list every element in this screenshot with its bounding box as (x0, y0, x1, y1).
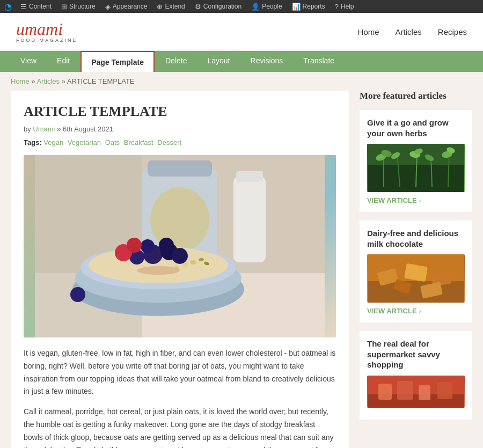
toolbar-item-extend[interactable]: ⊕ Extend (152, 0, 189, 13)
tab-view[interactable]: View (11, 51, 46, 72)
svg-rect-52 (397, 381, 413, 400)
toolbar-item-appearance[interactable]: ◈ Appearance (101, 0, 152, 13)
svg-point-15 (172, 248, 188, 264)
featured-card-herbs: Give it a go and grow your own herbs (360, 110, 472, 212)
tag-breakfast[interactable]: Breakfast (124, 138, 153, 146)
extend-icon: ⊕ (157, 3, 163, 11)
featured-card-shopping-image (367, 376, 465, 408)
tag-dessert[interactable]: Dessert (157, 138, 181, 146)
svg-rect-4 (148, 160, 212, 177)
featured-card-chocolate: Dairy-free and delicious milk chocolate (360, 221, 472, 322)
toolbar-item-reports[interactable]: 📊 Reports (288, 0, 330, 13)
main-nav: Home Articles Recipes (358, 27, 467, 36)
site-header: umami FOOD MAGAZINE Home Articles Recipe… (0, 13, 483, 51)
article-author[interactable]: Umami (33, 125, 55, 133)
appearance-icon: ◈ (105, 3, 111, 11)
people-icon: 👤 (251, 3, 260, 11)
featured-card-herbs-image (367, 144, 465, 192)
toolbar-item-help[interactable]: ? Help (331, 0, 358, 13)
tab-revisions[interactable]: Revisions (241, 51, 293, 72)
tag-vegan[interactable]: Vegan (43, 138, 63, 146)
chevron-icon-2: › (419, 308, 421, 314)
toolbar-item-configuration[interactable]: ⚙ Configuration (191, 0, 246, 13)
view-article-herbs[interactable]: VIEW ARTICLE › (367, 196, 465, 204)
featured-card-herbs-title: Give it a go and grow your own herbs (367, 117, 465, 138)
svg-rect-51 (378, 384, 392, 400)
breadcrumb: Home » Articles » ARTICLE TEMPLATE (0, 72, 483, 91)
featured-card-shopping: The real deal for supermarket savvy shop… (360, 331, 472, 420)
content-icon: ☰ (20, 3, 27, 11)
tab-delete[interactable]: Delete (156, 51, 196, 72)
tag-vegetarian[interactable]: Vegetarian (68, 138, 101, 146)
main-layout: ARTICLE TEMPLATE by Umami » 6th August 2… (0, 91, 483, 448)
chevron-icon: › (419, 197, 421, 204)
nav-recipes[interactable]: Recipes (438, 27, 467, 36)
toolbar-item-content[interactable]: ☰ Content (16, 0, 56, 13)
tab-translate[interactable]: Translate (294, 51, 344, 72)
svg-rect-7 (236, 171, 263, 182)
breadcrumb-articles[interactable]: Articles (36, 77, 60, 85)
site-logo[interactable]: umami FOOD MAGAZINE (16, 20, 78, 43)
tab-page-template[interactable]: Page Template (80, 51, 155, 72)
tags-label: Tags: (24, 138, 42, 146)
breadcrumb-current: ARTICLE TEMPLATE (67, 77, 135, 85)
tab-layout[interactable]: Layout (197, 51, 239, 72)
article-meta: by Umami » 6th August 2021 (24, 125, 336, 133)
nav-home[interactable]: Home (358, 27, 379, 36)
svg-point-16 (141, 239, 155, 253)
article-title: ARTICLE TEMPLATE (24, 104, 336, 120)
svg-point-19 (127, 238, 142, 253)
configuration-icon: ⚙ (195, 3, 201, 11)
tags-line: Tags: Vegan Vegetarian Oats Breakfast De… (24, 138, 336, 146)
featured-card-chocolate-image (367, 254, 465, 303)
svg-rect-6 (233, 177, 266, 262)
svg-rect-54 (437, 382, 452, 399)
svg-point-17 (159, 238, 174, 253)
article-image (24, 155, 336, 337)
help-icon: ? (335, 3, 339, 11)
svg-point-5 (150, 187, 209, 252)
svg-point-26 (70, 287, 85, 302)
breadcrumb-home[interactable]: Home (11, 77, 30, 85)
article-main: ARTICLE TEMPLATE by Umami » 6th August 2… (11, 91, 349, 448)
toolbar-item-people[interactable]: 👤 People (247, 0, 286, 13)
toolbar-item-structure[interactable]: ⊞ Structure (57, 0, 100, 13)
article-body: It is vegan, gluten-free, low in fat, hi… (24, 347, 336, 448)
content-wrapper: Home » Articles » ARTICLE TEMPLATE ARTIC… (0, 72, 483, 448)
view-article-chocolate[interactable]: VIEW ARTICLE › (367, 307, 465, 315)
structure-icon: ⊞ (61, 3, 67, 11)
sidebar: More featured articles Give it a go and … (360, 91, 472, 448)
featured-card-shopping-title: The real deal for supermarket savvy shop… (367, 339, 465, 370)
article-para-1: It is vegan, gluten-free, low in fat, hi… (24, 347, 336, 398)
article-date: 6th August 2021 (63, 125, 113, 133)
nav-articles[interactable]: Articles (396, 27, 422, 36)
svg-rect-53 (419, 385, 430, 400)
tab-edit[interactable]: Edit (47, 51, 79, 72)
tag-oats[interactable]: Oats (105, 138, 120, 146)
article-para-2: Call it oatmeal, porridge, hot cereal, o… (24, 406, 336, 448)
admin-toolbar: ◔ ☰ Content ⊞ Structure ◈ Appearance ⊕ E… (0, 0, 483, 13)
featured-card-chocolate-title: Dairy-free and delicious milk chocolate (367, 228, 465, 249)
drupal-icon[interactable]: ◔ (4, 2, 12, 12)
sidebar-title: More featured articles (360, 91, 472, 101)
tab-bar: View Edit Page Template Delete Layout Re… (0, 51, 483, 72)
svg-point-25 (137, 266, 180, 275)
reports-icon: 📊 (292, 3, 301, 11)
